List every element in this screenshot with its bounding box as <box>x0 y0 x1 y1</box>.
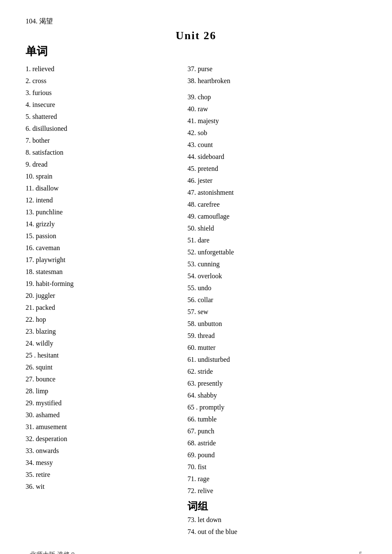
list-item: 11. disallow <box>26 182 175 194</box>
list-item: 14. grizzly <box>26 218 175 230</box>
list-item: 38. heartbroken <box>187 75 366 87</box>
list-item: 70. fist <box>187 461 366 473</box>
list-item: 21. packed <box>26 302 175 314</box>
list-item: 33. onwards <box>26 445 175 457</box>
list-item: 58. unbutton <box>187 318 366 330</box>
list-item: 51. dare <box>187 234 366 246</box>
list-item: 45. pretend <box>187 163 366 175</box>
list-item: 17. playwright <box>26 254 175 266</box>
list-item: 52. unforgettable <box>187 246 366 258</box>
list-item: 42. sob <box>187 127 366 139</box>
list-item: 65 . promptly <box>187 401 366 413</box>
list-item: 50. shield <box>187 222 366 234</box>
footer: 北师大版 选修 9 5 <box>26 551 366 554</box>
list-item: 68. astride <box>187 437 366 449</box>
list-item: 20. juggler <box>26 290 175 302</box>
list-item: 61. undisturbed <box>187 354 366 366</box>
list-item: 24. wildly <box>26 338 175 349</box>
list-item: 19. habit-forming <box>26 278 175 290</box>
list-item: 34. messy <box>26 457 175 469</box>
list-item: 7. bother <box>26 135 175 147</box>
list-item: 67. punch <box>187 425 366 437</box>
list-item: 73. let down <box>187 514 366 526</box>
section-words-title: 单词 <box>26 44 366 59</box>
list-item: 15. passion <box>26 230 175 242</box>
list-item: 57. sew <box>187 306 366 318</box>
list-item: 29. mystified <box>26 397 175 409</box>
list-item: 37. purse <box>187 63 366 75</box>
list-item: 49. camouflage <box>187 211 366 222</box>
list-item: 31. amusement <box>26 421 175 433</box>
list-item: 30. ashamed <box>26 409 175 421</box>
list-item: 74. out of the blue <box>187 526 366 538</box>
list-item: 6. disillusioned <box>26 123 175 135</box>
list-item: 22. hop <box>26 314 175 326</box>
list-item: 1. relieved <box>26 63 175 75</box>
left-column: 1. relieved2. cross3. furious4. insecure… <box>26 63 183 538</box>
content-area: 1. relieved2. cross3. furious4. insecure… <box>26 63 366 538</box>
list-item: 41. majesty <box>187 115 366 127</box>
list-item: 39. chop <box>187 91 366 103</box>
list-item: 32. desperation <box>26 433 175 445</box>
list-item: 56. collar <box>187 294 366 306</box>
list-item: 53. cunning <box>187 258 366 270</box>
list-item: 35. retire <box>26 469 175 481</box>
list-item: 27. bounce <box>26 373 175 385</box>
page-container: 104. 渴望 Unit 26 单词 1. relieved2. cross3.… <box>26 17 366 554</box>
list-item: 4. insecure <box>26 99 175 111</box>
list-item: 26. squint <box>26 361 175 373</box>
list-item: 66. tumble <box>187 413 366 425</box>
list-item: 25 . hesitant <box>26 349 175 361</box>
unit-header: Unit 26 <box>26 29 366 42</box>
list-item: 13. punchline <box>26 206 175 218</box>
list-item: 64. shabby <box>187 390 366 401</box>
list-item: 44. sideboard <box>187 151 366 163</box>
list-item: 46. jester <box>187 175 366 187</box>
list-item: 3. furious <box>26 87 175 99</box>
list-item: 10. sprain <box>26 170 175 182</box>
list-item: 9. dread <box>26 159 175 170</box>
list-item: 71. rage <box>187 473 366 485</box>
list-item: 2. cross <box>26 75 175 87</box>
list-item: 48. carefree <box>187 199 366 211</box>
list-item: 60. mutter <box>187 342 366 354</box>
list-item: 12. intend <box>26 194 175 206</box>
list-item: 69. pound <box>187 449 366 461</box>
list-item: 23. blazing <box>26 326 175 338</box>
footer-left: 北师大版 选修 9 <box>30 551 75 554</box>
list-item: 36. wit <box>26 481 175 493</box>
list-item: 54. overlook <box>187 270 366 282</box>
list-item: 72. relive <box>187 485 366 497</box>
list-item: 43. count <box>187 139 366 151</box>
footer-right: 5 <box>359 551 363 554</box>
list-item: 63. presently <box>187 378 366 390</box>
right-column: 37. purse38. heartbroken39. chop40. raw4… <box>183 63 366 538</box>
list-item: 5. shattered <box>26 111 175 123</box>
list-item: 59. thread <box>187 330 366 342</box>
list-item: 40. raw <box>187 103 366 115</box>
section-phrases-title: 词组 <box>187 499 366 513</box>
list-item: 18. statesman <box>26 266 175 278</box>
list-item: 62. stride <box>187 366 366 378</box>
list-item: 16. caveman <box>26 242 175 254</box>
list-item: 28. limp <box>26 385 175 397</box>
list-item: 8. satisfaction <box>26 147 175 159</box>
list-item: 47. astonishment <box>187 187 366 199</box>
header-entry-104: 104. 渴望 <box>26 17 366 26</box>
list-item: 55. undo <box>187 282 366 294</box>
